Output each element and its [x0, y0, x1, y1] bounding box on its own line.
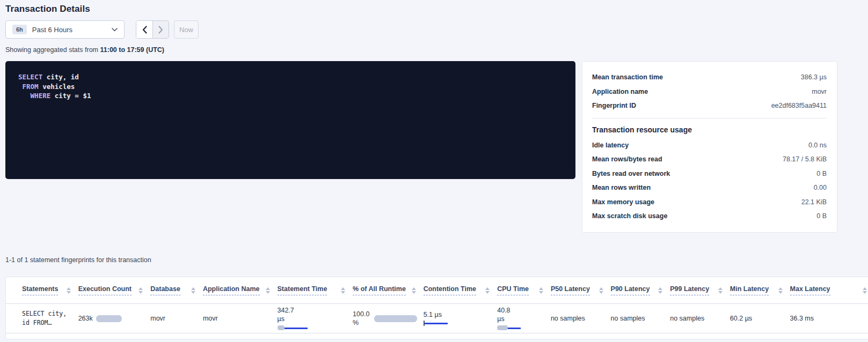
cell-database: movr — [150, 315, 203, 322]
sort-icon[interactable] — [67, 287, 71, 294]
aggregation-note-prefix: Showing aggregated stats from — [5, 46, 100, 54]
time-range-label: Past 6 Hours — [32, 26, 112, 34]
aggregation-note-range: 11:00 to 17:59 (UTC) — [100, 46, 164, 54]
resource-row: Mean rows/bytes read 78.17 / 5.8 KiB — [592, 152, 827, 167]
sort-icon[interactable] — [599, 287, 603, 294]
statements-table: Statements Execution Count Database Appl… — [5, 277, 868, 339]
sort-icon[interactable] — [539, 287, 543, 294]
sort-icon[interactable] — [718, 287, 723, 294]
resource-value: 0 B — [816, 170, 827, 177]
sql-keyword: SELECT — [18, 73, 42, 81]
cell-p50-latency: no samples — [551, 315, 611, 322]
next-interval-button[interactable] — [152, 21, 169, 38]
summary-label: Application name — [592, 88, 648, 95]
summary-row: Mean transaction time 386.3 µs — [592, 70, 827, 85]
time-range-badge: 6h — [12, 25, 27, 34]
sort-icon[interactable] — [778, 287, 783, 294]
panel-divider — [592, 118, 827, 118]
sql-line: SELECT city, id — [18, 72, 563, 82]
sql-keyword: WHERE — [31, 92, 51, 100]
resource-label: Bytes read over network — [592, 170, 670, 177]
cell-cpu-time: 40.8 µs — [497, 306, 551, 331]
time-nav-group — [136, 20, 169, 39]
table-header-row: Statements Execution Count Database Appl… — [6, 277, 868, 304]
column-header-statement-time[interactable]: Statement Time — [278, 285, 353, 295]
column-header-application-name[interactable]: Application Name — [203, 285, 278, 295]
resource-row: Bytes read over network 0 B — [592, 167, 827, 181]
cell-p90-latency: no samples — [611, 315, 670, 322]
summary-label: Mean transaction time — [592, 73, 663, 81]
resource-row: Mean rows written 0.00 — [592, 181, 827, 195]
cell-p99-latency: no samples — [670, 315, 730, 322]
sort-icon[interactable] — [138, 287, 143, 294]
summary-value: movr — [812, 88, 827, 95]
now-button[interactable]: Now — [174, 20, 199, 39]
resource-label: Mean rows/bytes read — [592, 155, 662, 163]
statement-link[interactable]: SELECT city,id FROM… — [22, 309, 78, 328]
cell-statement[interactable]: SELECT city,id FROM… — [22, 309, 78, 328]
sql-keyword: FROM — [23, 83, 39, 91]
resource-value: 0.00 — [814, 184, 827, 191]
cell-statement-time: 342.7 µs — [278, 306, 353, 331]
cell-min-latency: 60.2 µs — [730, 315, 790, 322]
summary-label: Fingerprint ID — [592, 102, 636, 109]
column-header-statements[interactable]: Statements — [22, 285, 78, 295]
cell-execution-count: 263k — [78, 315, 151, 322]
execution-count-bar — [96, 315, 122, 322]
resource-value: 22.1 KiB — [801, 198, 827, 206]
resource-row: Idle latency 0.0 ns — [592, 138, 827, 153]
sort-icon[interactable] — [485, 287, 490, 294]
sort-icon[interactable] — [658, 287, 662, 294]
previous-interval-button[interactable] — [136, 21, 152, 38]
statements-count-caption: 1-1 of 1 statement fingerprints for this… — [5, 256, 868, 264]
resource-label: Mean rows written — [592, 184, 651, 191]
column-header-p50-latency[interactable]: P50 Latency — [551, 285, 611, 295]
cell-runtime-pct: 100.0 % — [353, 310, 424, 327]
resource-label: Idle latency — [592, 142, 629, 149]
resource-row: Max scratch disk usage 0 B — [592, 209, 827, 224]
column-header-p90-latency[interactable]: P90 Latency — [611, 285, 670, 295]
resource-value: 78.17 / 5.8 KiB — [783, 155, 827, 163]
sort-icon[interactable] — [191, 287, 195, 294]
resource-value: 0.0 ns — [808, 142, 827, 149]
sort-icon[interactable] — [863, 287, 867, 294]
runtime-pct-bar — [374, 315, 417, 322]
column-header-min-latency[interactable]: Min Latency — [730, 285, 790, 295]
resource-value: 0 B — [816, 212, 827, 220]
column-header-database[interactable]: Database — [150, 285, 203, 295]
resource-label: Max scratch disk usage — [592, 212, 667, 220]
summary-row: Application name movr — [592, 85, 827, 99]
statement-time-bar — [278, 325, 309, 331]
transaction-summary-panel: Mean transaction time 386.3 µs Applicati… — [582, 61, 837, 233]
chevron-down-icon — [112, 28, 118, 32]
sort-icon[interactable] — [266, 287, 270, 294]
cpu-time-bar — [497, 325, 528, 331]
aggregation-note: Showing aggregated stats from 11:00 to 1… — [5, 46, 868, 54]
resource-label: Max memory usage — [592, 198, 654, 206]
resource-row: Max memory usage 22.1 KiB — [592, 195, 827, 210]
summary-row: Fingerprint ID ee2df683f5aa9411 — [592, 99, 827, 113]
table-row: SELECT city,id FROM… 263k movr movr 342.… — [6, 304, 868, 333]
column-header-p99-latency[interactable]: P99 Latency — [670, 285, 730, 295]
sql-statement-box: SELECT city, id FROM vehicles WHERE city… — [5, 61, 575, 179]
column-header-max-latency[interactable]: Max Latency — [790, 285, 868, 295]
column-header-cpu-time[interactable]: CPU Time — [497, 285, 551, 295]
page-title: Transaction Details — [5, 4, 868, 14]
column-header-execution-count[interactable]: Execution Count — [78, 285, 151, 295]
cell-contention-time: 5.1 µs — [424, 311, 498, 326]
sql-line: FROM vehicles — [18, 82, 563, 92]
column-header-runtime-pct[interactable]: % of All Runtime — [353, 285, 424, 295]
summary-value: ee2df683f5aa9411 — [771, 102, 827, 109]
sort-icon[interactable] — [341, 287, 345, 294]
transaction-details-page: Transaction Details 6h Past 6 Hours Now … — [0, 0, 868, 342]
cell-application-name: movr — [203, 315, 278, 322]
main-row: SELECT city, id FROM vehicles WHERE city… — [5, 61, 868, 233]
column-header-contention-time[interactable]: Contention Time — [424, 285, 498, 295]
contention-time-bar — [424, 321, 455, 326]
resource-usage-title: Transaction resource usage — [592, 125, 827, 134]
sort-icon[interactable] — [412, 287, 416, 294]
summary-value: 386.3 µs — [801, 73, 827, 81]
time-controls: 6h Past 6 Hours Now — [5, 20, 868, 39]
sql-line: WHERE city = $1 — [18, 91, 563, 101]
time-range-dropdown[interactable]: 6h Past 6 Hours — [5, 20, 125, 39]
